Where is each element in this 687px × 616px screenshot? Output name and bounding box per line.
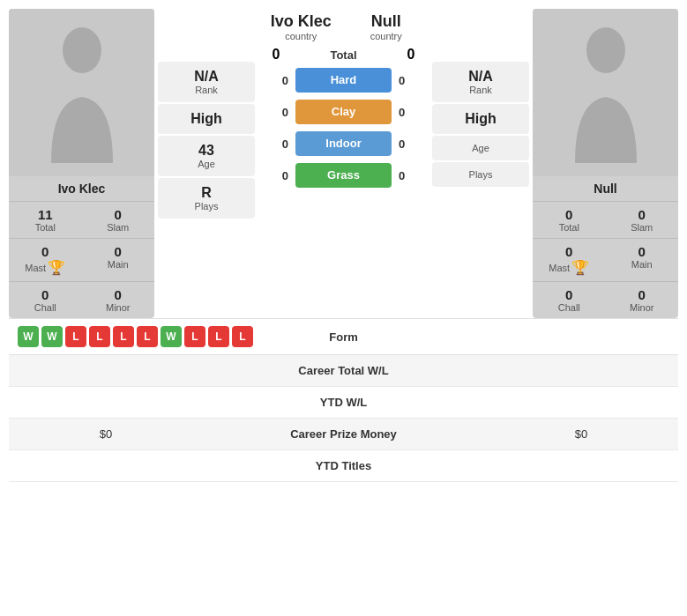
player1-high-box: High xyxy=(158,104,255,134)
player2-age-label: Age xyxy=(439,143,522,153)
player1-age-value: 43 xyxy=(165,143,248,159)
player2-plays-box: Plays xyxy=(432,162,529,187)
player2-minor-label: Minor xyxy=(609,302,676,313)
player1-photo-card: Ivo Klec 11 Total 0 Slam 0 Mast 🏆 xyxy=(9,9,154,318)
total-score-right: 0 xyxy=(393,47,429,63)
player1-rank-box: N/A Rank xyxy=(158,62,255,102)
player2-name: Null xyxy=(590,176,620,201)
player1-rank-value: N/A xyxy=(165,69,248,85)
player1-name: Ivo Klec xyxy=(55,176,109,201)
player2-mast-value: 0 xyxy=(536,244,602,259)
surface-hard-row: 0 Hard 0 xyxy=(258,68,429,93)
player1-form-badges: WWLLLLWLLL xyxy=(18,326,265,347)
clay-score-right: 0 xyxy=(399,106,425,119)
stats-row: YTD Titles xyxy=(9,450,678,482)
form-badge: L xyxy=(137,326,158,347)
player1-plays-value: R xyxy=(165,185,248,201)
player2-high-value: High xyxy=(439,111,522,127)
player2-rank-box: N/A Rank xyxy=(432,62,529,102)
player1-minor-value: 0 xyxy=(86,287,152,302)
form-label: Form xyxy=(265,330,423,344)
form-badge: W xyxy=(41,326,63,347)
player2-high-box: High xyxy=(432,104,529,134)
player1-chall-label: Chall xyxy=(12,302,78,313)
surface-grass-row: 0 Grass 0 xyxy=(258,163,429,188)
surface-clay-row: 0 Clay 0 xyxy=(258,100,429,124)
stats-row-label-3: YTD Titles xyxy=(194,459,493,472)
indoor-surface-btn[interactable]: Indoor xyxy=(295,131,392,156)
player2-rank-value: N/A xyxy=(439,69,522,85)
hard-score-left: 0 xyxy=(262,74,288,87)
player1-rank-label: Rank xyxy=(165,85,248,95)
player2-plays-label: Plays xyxy=(439,169,522,180)
stats-row: YTD W/L xyxy=(9,387,678,419)
total-label: Total xyxy=(294,48,393,62)
player2-info-panel: N/A Rank High Age Plays xyxy=(432,9,529,318)
clay-surface-btn[interactable]: Clay xyxy=(295,100,392,124)
player2-main-value: 0 xyxy=(609,244,676,259)
stats-row-label-0: Career Total W/L xyxy=(194,364,493,377)
indoor-score-right: 0 xyxy=(399,137,425,151)
player1-chall-value: 0 xyxy=(12,287,78,302)
form-badge: L xyxy=(113,326,134,347)
player1-mast-value: 0 xyxy=(12,244,78,259)
player1-main-value: 0 xyxy=(86,244,152,259)
stats-row: Career Total W/L xyxy=(9,355,678,387)
player2-photo-card: Null 0 Total 0 Slam 0 Mast 🏆 xyxy=(533,9,678,318)
player1-info-panel: N/A Rank High 43 Age R Plays xyxy=(158,9,255,318)
player1-photo xyxy=(9,9,154,176)
form-badge: L xyxy=(184,326,205,347)
player1-plays-label: Plays xyxy=(165,201,248,212)
grass-score-right: 0 xyxy=(399,169,425,182)
player1-minor-label: Minor xyxy=(86,302,152,313)
form-section: WWLLLLWLLL Form xyxy=(9,318,678,355)
player1-main-label: Main xyxy=(86,259,152,270)
form-badge: L xyxy=(232,326,253,347)
stats-row: $0 Career Prize Money $0 xyxy=(9,419,678,450)
surface-indoor-row: 0 Indoor 0 xyxy=(258,131,429,156)
player1-high-value: High xyxy=(165,111,248,127)
stats-row-right-2: $0 xyxy=(493,427,669,441)
player1-slam-value: 0 xyxy=(86,207,152,222)
stats-row-label-2: Career Prize Money xyxy=(194,427,493,441)
player1-total-label: Total xyxy=(12,222,78,233)
player2-age-box: Age xyxy=(432,136,529,160)
player1-header-name: Ivo Klec xyxy=(258,12,344,31)
center-panel: Ivo Klec country Null country 0 Total 0 … xyxy=(258,9,429,318)
player1-plays-box: R Plays xyxy=(158,178,255,219)
player2-rank-label: Rank xyxy=(439,85,522,95)
form-badge: W xyxy=(18,326,39,347)
player1-age-label: Age xyxy=(165,159,248,169)
player2-main-label: Main xyxy=(609,259,676,270)
player2-country: country xyxy=(344,31,429,41)
stats-row-label-1: YTD W/L xyxy=(194,396,493,409)
form-badge: W xyxy=(161,326,182,347)
player1-mast-label: Mast 🏆 xyxy=(12,259,78,276)
player2-slam-label: Slam xyxy=(609,222,676,233)
svg-point-0 xyxy=(63,27,101,73)
form-badge: L xyxy=(89,326,110,347)
stats-rows-container: Career Total W/L YTD W/L $0 Career Prize… xyxy=(9,355,678,482)
player2-mast-label: Mast 🏆 xyxy=(536,259,602,276)
svg-point-1 xyxy=(586,27,625,73)
total-score-left: 0 xyxy=(258,47,294,63)
player2-chall-value: 0 xyxy=(536,287,602,302)
player2-header-name: Null xyxy=(344,12,429,31)
player2-slam-value: 0 xyxy=(609,207,676,222)
player2-total-value: 0 xyxy=(536,207,602,222)
hard-surface-btn[interactable]: Hard xyxy=(295,68,392,93)
indoor-score-left: 0 xyxy=(262,137,288,151)
player2-minor-value: 0 xyxy=(609,287,676,302)
form-badge: L xyxy=(208,326,229,347)
form-badge: L xyxy=(65,326,86,347)
clay-score-left: 0 xyxy=(262,106,288,119)
player1-total-value: 11 xyxy=(12,207,78,222)
hard-score-right: 0 xyxy=(399,74,425,87)
grass-surface-btn[interactable]: Grass xyxy=(295,163,392,188)
player2-trophy-icon: 🏆 xyxy=(571,259,589,276)
player1-trophy-icon: 🏆 xyxy=(48,259,65,276)
player1-country: country xyxy=(258,31,344,41)
player2-chall-label: Chall xyxy=(536,302,602,313)
player1-slam-label: Slam xyxy=(86,222,152,233)
grass-score-left: 0 xyxy=(262,169,288,182)
